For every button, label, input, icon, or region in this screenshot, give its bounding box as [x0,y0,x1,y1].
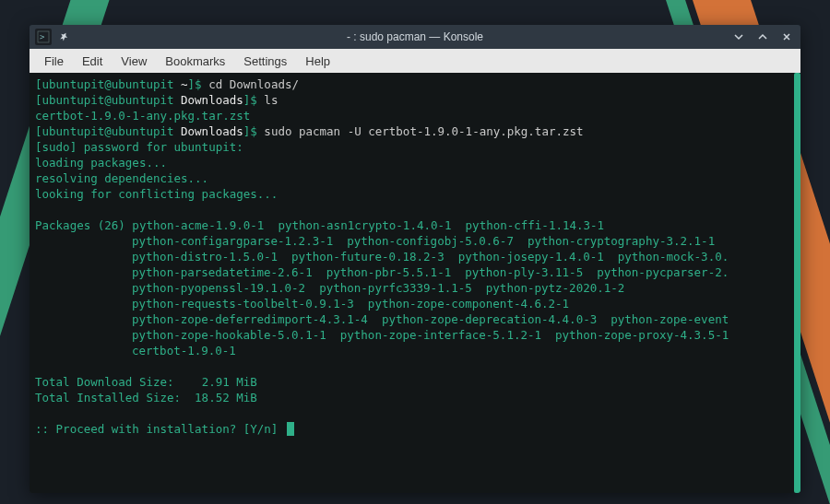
pin-icon[interactable] [57,30,70,43]
download-size-value: 2.91 MiB [202,375,257,389]
package-list: python-zope-deferredimport-4.3.1-4 pytho… [35,311,795,327]
output-line: [sudo] password for ubuntupit: [35,139,795,155]
package-list: python-zope-hookable-5.0.1-1 python-zope… [35,327,795,343]
prompt-end: ]$ [188,77,209,91]
window-title: - : sudo pacman — Konsole [30,30,800,43]
package-list: python-pyopenssl-19.1.0-2 python-pyrfc33… [35,280,795,296]
svg-text:>: > [40,32,45,41]
package-list: python-parsedatetime-2.6-1 python-pbr-5.… [35,264,795,280]
command: cd Downloads/ [208,77,299,91]
terminal-area[interactable]: [ubuntupit@ubuntupit ~]$ cd Downloads/ [… [30,73,800,493]
scrollbar-thumb[interactable] [794,73,800,493]
konsole-window: > - : sudo pacman — Konsole File Edit Vi… [30,25,800,493]
ls-output: certbot-1.9.0-1-any.pkg.tar.zst [35,108,795,123]
command: ls [264,93,278,107]
cursor-icon [287,422,294,436]
installed-size-value: 18.52 MiB [195,391,257,404]
proceed-prompt: :: Proceed with installation? [Y/n] [35,422,285,436]
package-list: python-acme-1.9.0-1 python-asn1crypto-1.… [132,218,604,232]
menu-view[interactable]: View [112,51,156,72]
menu-bookmarks[interactable]: Bookmarks [156,51,234,72]
prompt: [ubuntupit@ubuntupit [35,124,181,138]
minimize-button[interactable] [729,27,749,47]
menu-file[interactable]: File [35,51,73,72]
close-button[interactable] [777,27,797,47]
app-icon: > [35,29,52,45]
maximize-button[interactable] [753,27,773,47]
output-line: looking for conflicting packages... [35,186,795,202]
output-line: resolving dependencies... [35,170,795,186]
prompt-end: ]$ [243,93,265,107]
menu-edit[interactable]: Edit [73,51,112,72]
packages-header: Packages (26) [35,218,132,232]
menu-help[interactable]: Help [296,51,339,72]
cwd: Downloads [181,124,243,138]
package-list: python-requests-toolbelt-0.9.1-3 python-… [35,296,795,311]
package-list: certbot-1.9.0-1 [35,343,795,358]
prompt: [ubuntupit@ubuntupit [35,93,181,107]
installed-size-label: Total Installed Size: [35,391,195,404]
scrollbar[interactable] [794,73,800,493]
download-size-label: Total Download Size: [35,375,202,389]
package-list: python-distro-1.5.0-1 python-future-0.18… [35,249,795,264]
cwd: ~ [181,77,188,91]
titlebar[interactable]: > - : sudo pacman — Konsole [30,25,800,49]
menu-settings[interactable]: Settings [234,51,296,72]
menubar: File Edit View Bookmarks Settings Help [30,49,800,73]
command: sudo pacman -U certbot-1.9.0-1-any.pkg.t… [264,124,583,138]
package-list: python-configargparse-1.2.3-1 python-con… [35,233,795,249]
cwd: Downloads [181,93,243,107]
prompt: [ubuntupit@ubuntupit [35,77,181,91]
prompt-end: ]$ [243,124,265,138]
output-line: loading packages... [35,155,795,170]
